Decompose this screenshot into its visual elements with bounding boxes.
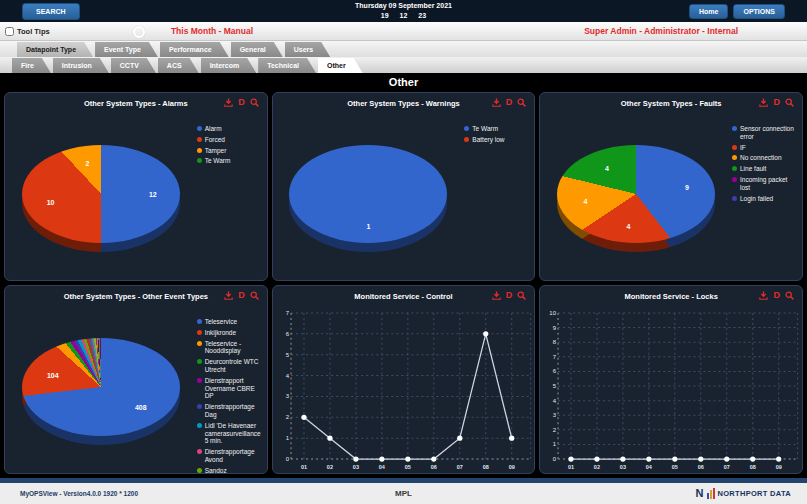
search-button[interactable]: SEARCH bbox=[22, 3, 80, 20]
tab-intrusion[interactable]: Intrusion bbox=[53, 58, 109, 73]
tab-users[interactable]: Users bbox=[285, 42, 330, 57]
date-label: Thursday 09 September 2021 bbox=[355, 1, 452, 11]
svg-text:09: 09 bbox=[508, 464, 514, 470]
chart-area: 12102AlarmForcedTamperTe Warm bbox=[5, 113, 267, 280]
tab-fire[interactable]: Fire bbox=[12, 58, 51, 73]
tab-acs[interactable]: ACS bbox=[158, 58, 199, 73]
chart-panel: Monitored Service - Locks D 012345678910… bbox=[539, 285, 803, 474]
footer-center-label: MPL bbox=[395, 489, 412, 498]
tab-other[interactable]: Other bbox=[318, 58, 363, 73]
legend-label: Dienstrapport Overname CBRE DP bbox=[205, 377, 263, 400]
legend-item: Inkijkronde bbox=[197, 329, 263, 337]
svg-text:4: 4 bbox=[285, 373, 289, 379]
legend-item: Login failed bbox=[732, 195, 798, 203]
line-chart: 01234567010203040506070809 bbox=[276, 307, 533, 472]
svg-text:10: 10 bbox=[550, 310, 557, 316]
tooltips-label: Tool Tips bbox=[17, 27, 50, 36]
legend-dot-icon bbox=[732, 155, 737, 160]
export-download-icon[interactable] bbox=[759, 291, 768, 300]
svg-text:0: 0 bbox=[553, 456, 557, 462]
svg-text:2: 2 bbox=[285, 414, 289, 420]
export-download-icon[interactable] bbox=[224, 98, 233, 107]
zoom-icon[interactable] bbox=[250, 291, 259, 300]
legend-label: Teleservice - Nooddisplay bbox=[205, 340, 263, 356]
legend-item: Teleservice - Nooddisplay bbox=[197, 340, 263, 356]
tab-datapoint-type[interactable]: Datapoint Type bbox=[17, 42, 93, 57]
legend-item: Tamper bbox=[197, 147, 263, 155]
zoom-icon[interactable] bbox=[250, 98, 259, 107]
home-button[interactable]: Home bbox=[689, 4, 728, 19]
brand-name: NORTHPORT DATA bbox=[718, 489, 792, 498]
legend-label: Te Warm bbox=[205, 157, 231, 165]
legend-dot-icon bbox=[197, 449, 202, 454]
legend-item: Dienstrapport Overname CBRE DP bbox=[197, 377, 263, 400]
legend-label: Sensor connection error bbox=[740, 125, 798, 141]
tooltips-checkbox[interactable] bbox=[5, 27, 14, 36]
chart-legend: TeleserviceInkijkrondeTeleservice - Nood… bbox=[197, 306, 267, 473]
chart-panel: Other System Types - Warnings D 1Te Warm… bbox=[272, 92, 536, 281]
tab-general[interactable]: General bbox=[231, 42, 283, 57]
status-bar: Tool Tips This Month - Manual Super Admi… bbox=[0, 22, 807, 41]
svg-text:03: 03 bbox=[620, 464, 626, 470]
zoom-icon[interactable] bbox=[785, 291, 794, 300]
legend-label: Incoming packet lost bbox=[740, 176, 798, 192]
svg-text:5: 5 bbox=[285, 352, 289, 358]
data-view-icon[interactable]: D bbox=[773, 98, 780, 107]
options-button[interactable]: OPTIONS bbox=[733, 4, 785, 19]
time-label: 19 12 23 bbox=[355, 11, 452, 21]
tab-technical[interactable]: Technical bbox=[258, 58, 316, 73]
chart-panel: Other System Types - Other Event Types D… bbox=[4, 285, 268, 474]
svg-text:3: 3 bbox=[553, 412, 557, 418]
legend-item: Alarm bbox=[197, 125, 263, 133]
legend-label: No connection bbox=[740, 154, 782, 162]
tooltips-toggle[interactable]: Tool Tips bbox=[5, 27, 50, 36]
top-bar: SEARCH Thursday 09 September 2021 19 12 … bbox=[0, 0, 807, 22]
svg-text:9: 9 bbox=[553, 325, 557, 331]
legend-label: Inkijkronde bbox=[205, 329, 236, 337]
legend-dot-icon bbox=[732, 145, 737, 150]
legend-dot-icon bbox=[197, 330, 202, 335]
legend-dot-icon bbox=[732, 126, 737, 131]
svg-text:06: 06 bbox=[698, 464, 704, 470]
legend-item: Incoming packet lost bbox=[732, 176, 798, 192]
legend-label: Dienstrapportage Avond bbox=[205, 448, 263, 464]
data-view-icon[interactable]: D bbox=[506, 291, 513, 300]
svg-text:02: 02 bbox=[594, 464, 600, 470]
data-view-icon[interactable]: D bbox=[238, 98, 245, 107]
legend-item: Line fault bbox=[732, 165, 798, 173]
slice-value-label: 104 bbox=[47, 371, 59, 378]
zoom-icon[interactable] bbox=[517, 98, 526, 107]
svg-text:5: 5 bbox=[553, 383, 557, 389]
legend-label: Sandoz camerasurveillance 5 min. nacht bbox=[205, 467, 263, 473]
export-download-icon[interactable] bbox=[759, 98, 768, 107]
tab-intercom[interactable]: Intercom bbox=[201, 58, 257, 73]
legend-item: Te Warm bbox=[197, 157, 263, 165]
panel-grid: Other System Types - Alarms D 12102Alarm… bbox=[0, 91, 807, 478]
svg-text:02: 02 bbox=[327, 464, 333, 470]
zoom-icon[interactable] bbox=[517, 291, 526, 300]
tab-cctv[interactable]: CCTV bbox=[111, 58, 156, 73]
svg-text:05: 05 bbox=[404, 464, 410, 470]
legend-item: IF bbox=[732, 144, 798, 152]
export-download-icon[interactable] bbox=[492, 98, 501, 107]
svg-text:4: 4 bbox=[553, 398, 557, 404]
legend-dot-icon bbox=[197, 319, 202, 324]
data-view-icon[interactable]: D bbox=[773, 291, 780, 300]
svg-text:7: 7 bbox=[285, 310, 289, 316]
zoom-icon[interactable] bbox=[785, 98, 794, 107]
tab-event-type[interactable]: Event Type bbox=[95, 42, 158, 57]
data-view-icon[interactable]: D bbox=[506, 98, 513, 107]
export-download-icon[interactable] bbox=[492, 291, 501, 300]
legend-dot-icon bbox=[464, 126, 469, 131]
svg-text:08: 08 bbox=[482, 464, 488, 470]
tab-performance[interactable]: Performance bbox=[160, 42, 229, 57]
export-download-icon[interactable] bbox=[224, 291, 233, 300]
slice-value-label: 4 bbox=[584, 198, 588, 205]
legend-label: Te Warm bbox=[472, 125, 498, 133]
pie-chart bbox=[557, 145, 715, 243]
data-view-icon[interactable]: D bbox=[238, 291, 245, 300]
svg-text:8: 8 bbox=[553, 339, 557, 345]
slice-value-label: 4 bbox=[605, 164, 609, 171]
svg-text:1: 1 bbox=[553, 441, 557, 447]
legend-dot-icon bbox=[197, 468, 202, 473]
